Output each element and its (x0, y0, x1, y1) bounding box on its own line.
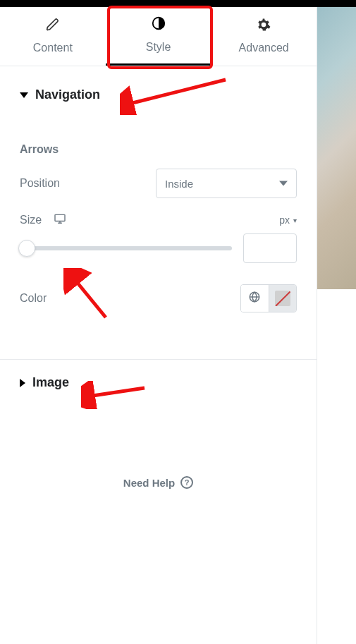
section-image-header[interactable]: Image (0, 360, 317, 406)
color-label: Color (20, 292, 47, 305)
caret-down-icon (20, 92, 28, 98)
gear-icon (257, 18, 271, 36)
section-navigation-header[interactable]: Navigation (0, 66, 317, 118)
size-input[interactable] (244, 234, 296, 262)
size-label: Size (20, 214, 66, 226)
desktop-icon[interactable] (54, 214, 66, 226)
tab-content[interactable]: Content (0, 7, 106, 66)
settings-panel: Content Style Advanced Navigation (0, 7, 317, 644)
section-navigation-title: Navigation (35, 87, 100, 102)
size-slider[interactable] (20, 246, 232, 250)
size-unit-value: px (279, 214, 290, 226)
section-image: Image (0, 360, 317, 406)
section-image-title: Image (32, 375, 69, 390)
color-picker-group (240, 284, 297, 312)
position-value: Inside (165, 178, 193, 190)
tab-strip: Content Style Advanced (0, 7, 317, 66)
chevron-down-icon: ▾ (293, 217, 297, 224)
color-swatch-button[interactable] (269, 285, 297, 312)
question-icon: ? (180, 476, 193, 489)
need-help-link[interactable]: Need Help ? (0, 476, 317, 489)
section-navigation-body: Arrows Position Inside Size (0, 143, 317, 356)
position-label: Position (20, 177, 60, 190)
no-color-icon (275, 291, 290, 306)
tab-advanced[interactable]: Advanced (211, 7, 317, 66)
svg-rect-1 (55, 214, 65, 221)
globe-icon (248, 291, 261, 306)
color-row: Color (20, 284, 297, 312)
window-top-bar (0, 0, 356, 7)
tab-advanced-label: Advanced (239, 42, 289, 54)
contrast-icon (151, 16, 166, 35)
tab-style-label: Style (146, 41, 171, 54)
size-input-box[interactable] (243, 233, 297, 263)
arrows-heading: Arrows (20, 143, 297, 156)
canvas-preview (317, 7, 356, 289)
chevron-down-icon (279, 181, 288, 186)
caret-right-icon (20, 379, 25, 387)
position-select[interactable]: Inside (156, 169, 297, 198)
section-navigation: Navigation Arrows Position Inside Size (0, 66, 317, 356)
tab-content-label: Content (33, 42, 73, 54)
size-row: Size px ▾ (20, 214, 297, 226)
tab-style[interactable]: Style (106, 7, 211, 66)
pencil-icon (46, 18, 60, 36)
global-color-button[interactable] (241, 285, 269, 312)
main-wrap: Content Style Advanced Navigation (0, 7, 356, 644)
position-row: Position Inside (20, 169, 297, 198)
size-slider-thumb[interactable] (18, 240, 35, 257)
size-unit-selector[interactable]: px ▾ (279, 214, 297, 226)
need-help-label: Need Help (123, 477, 175, 489)
size-slider-row (20, 233, 297, 263)
